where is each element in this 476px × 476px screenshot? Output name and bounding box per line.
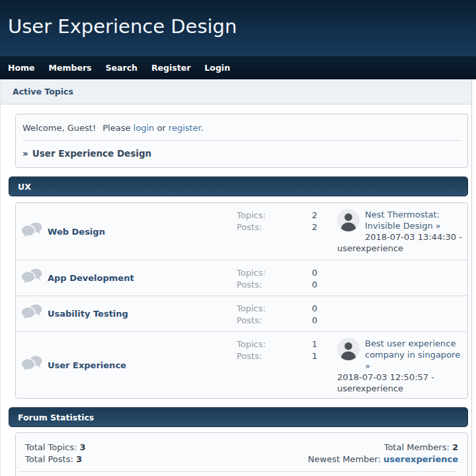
nav-item-search[interactable]: Search (106, 63, 138, 73)
welcome-or: or (157, 123, 165, 133)
user-avatar-icon[interactable] (337, 209, 360, 231)
forum-icon-cell (16, 203, 48, 260)
posts-label: Posts: (237, 279, 262, 291)
forum-name-cell: User Experience (48, 332, 237, 398)
forum-row-user-experience: User Experience Topics:1 Posts:1 (16, 331, 467, 398)
welcome-period: . (201, 123, 204, 133)
total-topics-line: Total Topics: 3 (25, 442, 86, 454)
forum-link-usability-testing[interactable]: Usability Testing (48, 309, 128, 319)
forum-list: Web Design Topics:2 Posts:2 (15, 202, 468, 399)
forum-stats-cell: Topics:0 Posts:0 (237, 296, 317, 331)
active-topics-link[interactable]: Active Topics (13, 87, 73, 97)
lastpost-link[interactable]: Nest Thermostat: Invisible Design » (365, 210, 441, 231)
lastpost-arrow-icon: » (436, 221, 441, 231)
forum-row-usability-testing: Usability Testing Topics:0 Posts:0 (16, 296, 467, 331)
category-title: UX (18, 182, 31, 192)
total-posts-value: 3 (76, 454, 82, 464)
category-header-ux[interactable]: UX (9, 177, 468, 196)
topics-label: Topics: (237, 267, 266, 279)
forum-stats-cell: Topics:0 Posts:0 (237, 260, 317, 296)
total-members-line: Total Members: 2 (308, 442, 458, 454)
forum-name-cell: Web Design (48, 203, 237, 260)
forum-stats-cell: Topics:1 Posts:1 (237, 332, 317, 398)
breadcrumb-arrow-icon: » (22, 148, 28, 159)
chat-bubbles-icon (20, 354, 44, 376)
welcome-message: Welcome, Guest! Please login or register… (22, 122, 461, 134)
lastpost-arrow-icon: » (365, 361, 370, 371)
forum-link-user-experience[interactable]: User Experience (48, 360, 126, 370)
topics-label: Topics: (237, 338, 266, 350)
chat-bubbles-icon (20, 221, 44, 243)
welcome-divider (22, 140, 461, 141)
nav-item-register[interactable]: Register (151, 63, 190, 73)
lastpost-meta: 2018-07-03 12:50:57 - userexperience (337, 372, 434, 393)
lastpost-cell (317, 296, 467, 331)
nav-item-members[interactable]: Members (49, 63, 92, 73)
lastpost-link[interactable]: Best user experience company in singapor… (365, 338, 460, 371)
topics-count: 0 (312, 303, 317, 315)
lastpost-author: userexperience (337, 243, 403, 253)
main-content: Welcome, Guest! Please login or register… (1, 114, 471, 476)
breadcrumb: »User Experience Design (22, 147, 461, 159)
breadcrumb-current: User Experience Design (32, 148, 151, 159)
lastpost-cell (317, 260, 467, 296)
forum-name-cell: Usability Testing (48, 296, 237, 331)
posts-count: 0 (312, 279, 317, 291)
total-topics-value: 3 (79, 442, 85, 452)
newest-member-link[interactable]: userexperience (383, 454, 458, 464)
posts-label: Posts: (237, 315, 262, 327)
forum-link-app-development[interactable]: App Development (48, 273, 134, 283)
nav-item-login[interactable]: Login (204, 63, 230, 73)
lastpost-cell: Best user experience company in singapor… (317, 332, 467, 398)
forum-icon-cell (16, 260, 48, 296)
chat-bubbles-icon (20, 267, 44, 289)
page-wrapper: Active Topics Welcome, Guest! Please log… (0, 79, 472, 476)
top-nav: Home Members Search Register Login (0, 56, 476, 79)
statistics-right-column: Total Members: 2 Newest Member: userexpe… (308, 442, 458, 465)
welcome-please: Please (102, 123, 130, 133)
welcome-box: Welcome, Guest! Please login or register… (15, 114, 468, 168)
posts-label: Posts: (237, 350, 262, 362)
posts-label: Posts: (237, 221, 262, 233)
subnav-bar: Active Topics (1, 79, 471, 104)
statistics-left-column: Total Topics: 3 Total Posts: 3 (25, 442, 86, 465)
forum-stats-cell: Topics:2 Posts:2 (237, 203, 317, 260)
topics-label: Topics: (237, 303, 266, 315)
topics-count: 1 (312, 338, 317, 350)
forum-icon-cell (16, 332, 48, 398)
lastpost-cell: Nest Thermostat: Invisible Design » 2018… (317, 203, 467, 260)
total-posts-line: Total Posts: 3 (25, 454, 86, 465)
newest-member-line: Newest Member: userexperience (308, 454, 458, 465)
statistics-header[interactable]: Forum Statistics (9, 407, 468, 427)
lastpost-meta: 2018-07-03 13:44:30 - userexperience (337, 232, 462, 253)
total-members-value: 2 (452, 442, 458, 452)
lastpost-author: userexperience (337, 383, 403, 393)
register-link[interactable]: register (169, 123, 201, 133)
nav-item-home[interactable]: Home (8, 63, 35, 73)
forum-row-app-development: App Development Topics:0 Posts:0 (16, 260, 467, 296)
header-banner: User Experience Design (0, 0, 476, 56)
forum-icon-cell (16, 296, 48, 331)
topics-count: 0 (312, 267, 317, 279)
statistics-divider (19, 471, 457, 472)
login-link[interactable]: login (134, 123, 155, 133)
chat-bubbles-icon (20, 303, 44, 325)
site-title: User Experience Design (8, 15, 476, 38)
posts-count: 2 (312, 221, 317, 233)
topics-count: 2 (312, 210, 317, 221)
forum-row-web-design: Web Design Topics:2 Posts:2 (16, 203, 467, 260)
statistics-box: Total Topics: 3 Total Posts: 3 Total Mem… (15, 432, 468, 476)
forum-link-web-design[interactable]: Web Design (48, 227, 105, 237)
statistics-title: Forum Statistics (18, 413, 94, 422)
posts-count: 1 (312, 350, 317, 362)
topics-label: Topics: (237, 210, 266, 221)
posts-count: 0 (312, 315, 317, 327)
forum-name-cell: App Development (48, 260, 237, 296)
welcome-greeting: Welcome, Guest! (22, 123, 96, 133)
user-avatar-icon[interactable] (337, 338, 360, 360)
